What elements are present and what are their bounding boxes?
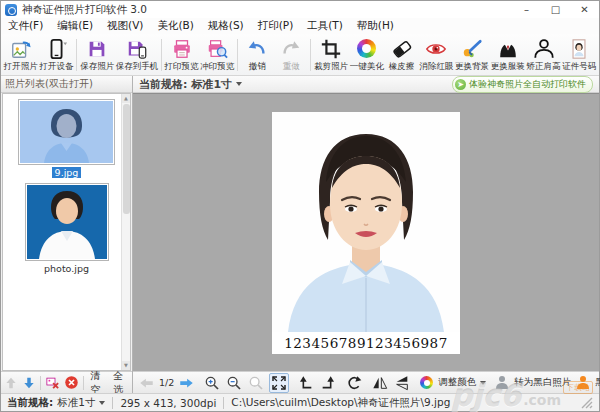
menu-print[interactable]: 打印(P) <box>258 19 294 33</box>
selection-overlay <box>20 101 113 163</box>
maximize-button[interactable]: □ <box>541 1 570 18</box>
crop-photo-button[interactable]: 裁剪照片 <box>313 37 349 72</box>
title-bar: 神奇证件照片打印软件 3.0 – □ ✕ <box>1 1 599 18</box>
zoom-in-button[interactable] <box>203 374 221 392</box>
photo-list-header: 照片列表(双击打开) <box>1 76 132 93</box>
open-device-button[interactable]: 打开设备 <box>39 37 75 72</box>
window-title: 神奇证件照片打印软件 3.0 <box>22 3 147 17</box>
eraser-button[interactable]: 橡皮擦 <box>385 37 419 72</box>
eraser-label: 橡皮擦 <box>389 61 415 71</box>
close-button[interactable]: ✕ <box>570 1 599 18</box>
next-page-button[interactable] <box>178 376 195 390</box>
photo-item-name[interactable]: 9.jpg <box>52 167 82 178</box>
photo-item-selected[interactable]: 9.jpg <box>18 99 115 178</box>
save-to-phone-label: 保存到手机 <box>116 61 159 71</box>
remove-red-eye-button[interactable]: 消除红眼 <box>419 37 455 72</box>
crop-photo-label: 裁剪照片 <box>314 61 348 71</box>
scrollbar-thumb[interactable] <box>123 104 130 214</box>
redo-icon <box>280 38 302 60</box>
menu-bar: 文件(F) 编辑(E) 视图(V) 美化(B) 规格(S) 打印(P) 工具(T… <box>1 18 599 34</box>
print-preview-button[interactable]: 打印预览 <box>164 37 200 72</box>
gray-person-icon <box>495 376 509 389</box>
menu-view[interactable]: 视图(V) <box>107 19 143 33</box>
fit-screen-button[interactable] <box>269 373 289 393</box>
correct-shoulder-icon <box>533 38 555 60</box>
content-area: 照片列表(双击打开) 9.jpg <box>1 76 599 393</box>
menu-spec[interactable]: 规格(S) <box>208 19 244 33</box>
one-key-beautify-label: 一键美化 <box>350 61 384 71</box>
spec-value[interactable]: 标准1寸 <box>191 77 232 92</box>
menu-file[interactable]: 文件(F) <box>8 19 43 33</box>
save-photo-button[interactable]: 保存照片 <box>79 37 115 72</box>
change-clothes-button[interactable]: 更换服装 <box>490 37 526 72</box>
menu-tools[interactable]: 工具(T) <box>307 19 343 33</box>
scroll-down-icon[interactable]: ▼ <box>122 361 130 370</box>
colorize-button[interactable] <box>575 375 591 390</box>
spec-label: 当前规格: <box>139 77 187 92</box>
open-photo-label: 打开照片 <box>4 61 38 71</box>
redo-button[interactable]: 重做 <box>274 37 308 72</box>
flip-vertical-button[interactable] <box>393 374 411 392</box>
menu-help[interactable]: 帮助(H) <box>357 19 394 33</box>
correct-shoulder-label: 矫正肩高 <box>527 61 561 71</box>
chevron-down-icon[interactable] <box>236 82 242 86</box>
remove-photo-button[interactable] <box>45 375 60 390</box>
develop-preview-icon <box>206 38 228 60</box>
change-background-button[interactable]: 更换背景 <box>454 37 490 72</box>
eraser-icon <box>391 38 413 60</box>
adjust-color-label[interactable]: 调整颜色 <box>438 376 476 389</box>
save-to-phone-button[interactable]: 保存到手机 <box>115 37 159 72</box>
print-preview-label: 打印预览 <box>165 61 199 71</box>
to-bw-button[interactable] <box>494 375 510 390</box>
undo-button[interactable]: 撤销 <box>240 37 274 72</box>
prev-arrow-icon <box>139 377 154 389</box>
next-arrow-icon <box>179 377 194 389</box>
prev-page-button[interactable] <box>138 376 155 390</box>
develop-preview-label: 冲印预览 <box>200 61 234 71</box>
beautify-ring-icon <box>356 38 378 60</box>
undo-label: 撤销 <box>249 61 266 71</box>
minimize-button[interactable]: – <box>512 1 541 18</box>
flip-horizontal-button[interactable] <box>371 374 389 392</box>
zoom-out-button[interactable] <box>225 374 243 392</box>
promo-button[interactable]: ➤ 体验神奇照片全自动打印软件 <box>452 76 593 93</box>
rotate-right-button[interactable] <box>319 374 337 392</box>
move-down-button[interactable] <box>22 376 36 390</box>
open-photo-button[interactable]: 打开照片 <box>3 37 39 72</box>
status-separator <box>112 397 113 409</box>
photo-item-name[interactable]: photo.jpg <box>41 263 92 274</box>
correct-shoulder-button[interactable]: 矫正肩高 <box>526 37 562 72</box>
adjust-color-button[interactable] <box>419 375 434 390</box>
resize-grip[interactable] <box>581 397 593 411</box>
status-spec-value[interactable]: 标准1寸 <box>57 396 95 410</box>
scroll-up-icon[interactable]: ▲ <box>122 94 130 103</box>
zoom-actual-button[interactable] <box>247 374 265 392</box>
colorize-label[interactable]: 黑白图上色 <box>595 376 600 389</box>
remove-photo-icon <box>45 375 60 390</box>
one-key-beautify-button[interactable]: 一键美化 <box>349 37 385 72</box>
to-bw-label[interactable]: 转为黑白照片 <box>514 376 571 389</box>
save-photo-icon <box>86 38 108 60</box>
zoom-actual-icon <box>248 375 264 391</box>
rotate-any-button[interactable] <box>345 374 363 392</box>
change-background-label: 更换背景 <box>455 61 489 71</box>
move-up-button[interactable] <box>4 376 18 390</box>
photo-list-scrollbar[interactable]: ▲ ▼ <box>121 94 130 370</box>
id-number-label: 证件号码 <box>562 61 596 71</box>
menu-beautify[interactable]: 美化(B) <box>157 19 193 33</box>
menu-edit[interactable]: 编辑(E) <box>57 19 93 33</box>
id-number-button[interactable]: 证件号码 <box>561 37 597 72</box>
develop-preview-button[interactable]: 冲印预览 <box>199 37 235 72</box>
orange-person-icon <box>576 376 590 389</box>
delete-all-button[interactable] <box>64 375 79 390</box>
zoom-in-icon <box>204 375 220 391</box>
chevron-down-icon[interactable] <box>480 381 486 385</box>
photo-item[interactable]: photo.jpg <box>25 183 109 274</box>
red-eye-icon <box>425 38 447 60</box>
status-file-path: C:\Users\cuilm\Desktop\神奇证件照片\9.jpg <box>231 396 450 410</box>
rotate-left-button[interactable] <box>297 374 315 392</box>
chevron-down-icon[interactable] <box>99 401 105 405</box>
thumbnail-photojpg <box>27 185 107 259</box>
photo-preview[interactable]: 123456789123456987 <box>272 112 460 354</box>
footer-separator <box>83 376 84 390</box>
